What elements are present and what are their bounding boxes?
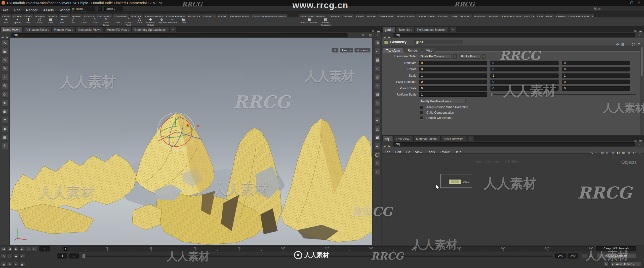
pose-tool-icon[interactable]: ★ <box>2 100 8 106</box>
select-objects-icon[interactable]: ↖ <box>2 39 8 46</box>
child-compensation-checkbox[interactable] <box>420 111 423 114</box>
mirror-tool-icon[interactable]: ⊞ <box>2 134 8 141</box>
shelf-tool-metaball[interactable]: ∞Metaball <box>167 17 178 26</box>
tab-geometry-spreadsheet[interactable]: Geometry Spreadsheet ▾ <box>132 27 168 32</box>
prev-frame-button[interactable]: ◁ <box>25 246 31 251</box>
normals-display-icon[interactable]: □ <box>374 108 380 115</box>
maximize-button[interactable]: ▢ <box>628 0 635 5</box>
shelf-tab-terrain-fx[interactable]: Terrain FX <box>186 14 202 17</box>
key-tool-icon[interactable]: ◆ <box>2 126 8 132</box>
camera-select-button[interactable]: No cam ▾ <box>354 48 370 52</box>
rotate-y-field[interactable]: 0 <box>490 67 558 71</box>
loop-mode-icon[interactable]: ↻ <box>13 262 19 267</box>
tab-material-palette[interactable]: Material Palette ▾ <box>414 136 440 141</box>
tab-item[interactable]: + <box>468 136 474 141</box>
pivot-rotate-x-field[interactable]: 0 <box>419 86 487 90</box>
shelf-tab-crowds[interactable]: Crowds <box>555 14 567 17</box>
handles-display-icon[interactable]: △ <box>374 126 380 132</box>
keep-position-when-parenting-checkbox[interactable] <box>420 105 423 109</box>
range-start-field[interactable]: 1 <box>58 254 67 259</box>
translate-tool-icon[interactable]: + <box>2 74 8 80</box>
snap-options-icon[interactable]: ≡ <box>2 117 8 123</box>
shelf-tab-guide-process[interactable]: Guide Process <box>144 14 165 17</box>
shelf-tab-rigging[interactable]: Rigging <box>71 14 83 17</box>
shelf-tab-texture[interactable]: Texture <box>59 14 70 17</box>
shelf-tool-sphere[interactable]: ●Sphere <box>12 17 23 26</box>
shelf-tab-houdini-engine[interactable]: Houdini Engine <box>229 14 250 17</box>
set-key-icon[interactable]: ◆ <box>13 254 19 259</box>
scale-tool-icon[interactable]: ◇ <box>2 91 8 97</box>
network-path-field[interactable]: obj <box>394 142 635 147</box>
scale-y-field[interactable]: 1 <box>490 73 558 78</box>
shelf-tool-box[interactable]: ■Box <box>1 17 12 26</box>
spinner-icon[interactable]: ↕ <box>454 54 457 58</box>
link-pane-icon[interactable]: ⊞ <box>1 262 6 267</box>
shelf-tool-file[interactable]: ▤File <box>178 17 189 26</box>
pivot-rotate-z-field[interactable]: 0 <box>562 86 630 90</box>
wireframe-icon[interactable]: ▦ <box>374 57 380 63</box>
snap-view-icon[interactable]: ≈ <box>374 82 380 89</box>
enable-constraints-checkbox[interactable] <box>420 116 423 120</box>
translate-x-field[interactable]: 0 <box>419 60 487 65</box>
tab-asset-browser[interactable]: Asset Browser ▾ <box>442 136 466 141</box>
shelf-tab-deform[interactable]: Deform <box>47 14 58 17</box>
shelf-tab-vellum[interactable]: Vellum <box>366 14 377 17</box>
shelf-tool-tube[interactable]: ▮Tube <box>23 17 34 26</box>
rotate-x-field[interactable]: 0 <box>419 67 487 71</box>
param-scrollbar[interactable] <box>640 46 644 135</box>
tab-take-list[interactable]: Take List ▾ <box>396 27 414 32</box>
desktop-stepper[interactable]: ↕ <box>98 6 102 11</box>
shelf-tab-drive-simulation[interactable]: Drive Simulation <box>567 14 590 17</box>
shelf-tool-grid[interactable]: ▦Grid <box>45 17 56 26</box>
camera-view-icon[interactable]: ◎ <box>374 39 380 46</box>
shelf-tab-model[interactable]: Model <box>23 14 33 17</box>
guides-icon[interactable]: ∿ <box>374 160 380 167</box>
spinner-icon[interactable]: ↕ <box>482 54 486 58</box>
pivot-translate-z-field[interactable]: 0 <box>562 80 630 84</box>
shelf-tab-modify[interactable]: Modify <box>12 14 23 17</box>
rotate-z-field[interactable]: 0 <box>562 67 630 71</box>
pivot-rotate-y-field[interactable]: 0 <box>490 86 558 90</box>
path-menu-icon[interactable]: ▾ <box>638 141 642 147</box>
display-options-icon[interactable]: ▤ <box>374 91 380 97</box>
tab-obj[interactable]: obj ▾ <box>383 136 392 141</box>
playbar-settings-icon[interactable]: ▦ <box>20 262 25 267</box>
shelf-tab-container-tools[interactable]: Container Tools <box>501 14 523 17</box>
shelf-tab-item[interactable]: + <box>590 14 594 17</box>
shelf-tab-cloud-fx[interactable]: Cloud FX <box>202 14 216 17</box>
path-add-icon[interactable]: ⊕ <box>360 32 366 38</box>
shelf-tab-lights-and-cameras[interactable]: Lights and Cameras <box>299 14 326 17</box>
scene-viewport[interactable]: ⊙ Persp ▾ No cam ▾ <box>10 38 372 245</box>
node-geo1[interactable]: geo1 <box>449 179 462 184</box>
network-canvas[interactable]: Limited-Commercial Edition Objects geo1 <box>382 154 644 245</box>
desktop-selector[interactable]: ▦Build ▾ <box>70 6 95 11</box>
points-display-icon[interactable]: ◇ <box>374 100 380 106</box>
shelf-tab-oceans[interactable]: Oceans <box>437 14 449 17</box>
next-frame-button[interactable]: ▷ <box>32 246 37 251</box>
shelf-tab-item[interactable]: + <box>288 14 288 17</box>
shelf-tool-torus[interactable]: ◎Torus <box>34 17 45 26</box>
translate-y-field[interactable]: 0 <box>490 60 558 65</box>
update-mode-toggle-icon[interactable]: ↻ <box>604 262 609 267</box>
edit-keys-icon[interactable]: ✎ <box>7 262 13 267</box>
tab-tree-view[interactable]: Tree View ▾ <box>394 136 413 141</box>
translate-z-field[interactable]: 0 <box>562 60 630 65</box>
shelf-tool-platonic-solids[interactable]: ◆Platonic Solids <box>145 17 156 26</box>
close-button[interactable]: ✕ <box>636 0 642 5</box>
tab-scene-view[interactable]: Scene View ▾ <box>1 27 22 32</box>
shelf-tab-constraints[interactable]: Constraints <box>113 14 130 17</box>
shelf-tab-pyro-fx[interactable]: Pyro FX <box>523 14 536 17</box>
shelf-tool-path[interactable]: ⌒Path <box>112 17 123 26</box>
playback-start-field[interactable]: 1 <box>69 254 79 259</box>
uniform-scale-slider-handle[interactable] <box>490 93 493 97</box>
node-name-field[interactable]: geo1 <box>414 40 463 44</box>
memory-icon[interactable]: ◯ <box>374 151 380 158</box>
magnet-snap-icon[interactable]: ∪ <box>582 254 587 259</box>
path-bookmark-icon[interactable]: ▤ <box>368 32 373 38</box>
tab-item[interactable]: + <box>170 27 176 32</box>
path-menu-icon[interactable]: ▾ <box>376 32 380 38</box>
transform-order-dropdown[interactable]: Scale Rot Trans ▾ <box>419 54 452 58</box>
select-geometry-icon[interactable]: ▣ <box>2 48 8 54</box>
pivot-translate-x-field[interactable]: 0 <box>419 80 487 84</box>
info-icon[interactable]: i <box>2 143 8 149</box>
